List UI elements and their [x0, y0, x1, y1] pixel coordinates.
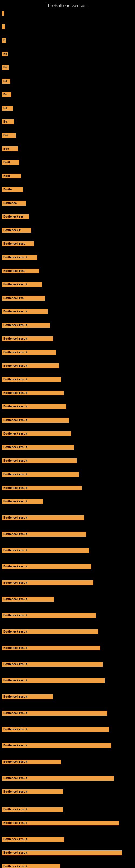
bar-label: Bottleneck result — [2, 662, 103, 667]
bar-item: Bottleneck result — [2, 597, 54, 603]
bar-item: Bottleneck result — [2, 864, 60, 868]
bar-label: Bottleneck res — [2, 214, 29, 219]
bar-label: Bottleneck result — [2, 377, 61, 382]
bar-label: Bottleneck result — [2, 391, 64, 396]
bar-item: Bottleneck result — [2, 364, 59, 369]
bar-label: Bottlenec — [2, 201, 26, 206]
bar-label: B — [2, 38, 6, 43]
bar-label: Bottleneck result — [2, 323, 50, 328]
bar-item: Bottleneck result — [2, 486, 82, 492]
bar-item: Bottleneck result — [2, 282, 42, 288]
bar-label: Bottleneck res — [2, 296, 45, 301]
bar-item: Bottleneck result — [2, 613, 96, 619]
bar-item: Bottleneck result — [2, 445, 74, 451]
bar-label: Bottleneck result — [2, 629, 98, 634]
bar-item: Bottleneck result — [2, 350, 56, 356]
bar-label: Bottleneck result — [2, 532, 86, 536]
bar-label: Bottleneck result — [2, 458, 77, 463]
bar-label: Bottleneck result — [2, 472, 79, 477]
bar-label: Bottleneck result — [2, 564, 91, 569]
bar-item: Bottl — [2, 174, 21, 180]
bar-item: Bottleneck result — [2, 662, 103, 668]
bar-label — [2, 11, 4, 16]
bar-label: Bottl — [2, 174, 21, 179]
bar-item — [2, 24, 5, 30]
bar-item: Bo — [2, 119, 14, 125]
bar-item: Bottle — [2, 187, 23, 193]
bar-label: Bottleneck result — [2, 789, 63, 794]
bar-label: Bottleneck result — [2, 776, 114, 781]
bar-label: Bo — [2, 119, 14, 124]
bar-item: Bottleneck result — [2, 323, 50, 329]
bar-item: Bo — [2, 52, 8, 58]
bar-item: Bottleneck result — [2, 548, 89, 554]
bar-item: Bottleneck result — [2, 743, 111, 749]
bar-item: Bottleneck result — [2, 564, 91, 570]
bar-label: Bot — [2, 133, 16, 138]
bar-item: Bottleneck result — [2, 711, 107, 717]
bar-label: Bottleneck result — [2, 516, 84, 520]
bar-label: Bo — [2, 106, 13, 111]
bar-label: Bottleneck result — [2, 850, 122, 855]
bar-label: Bottleneck result — [2, 486, 82, 490]
bar-item: Bottleneck result — [2, 629, 98, 635]
bar-item: Bottleneck result — [2, 404, 66, 410]
bar-label: Bottleneck resu — [2, 269, 39, 273]
bar-label: Bottleneck r — [2, 228, 31, 233]
bar-item: Bottleneck result — [2, 820, 119, 827]
bar-item: Bottleneck result — [2, 336, 53, 342]
bar-item: Bottleneck result — [2, 581, 93, 586]
bar-label: Bottleneck result — [2, 837, 64, 842]
bar-item: B — [2, 38, 6, 44]
bar-item: Bottleneck result — [2, 458, 77, 464]
bar-item: Bottleneck result — [2, 776, 114, 782]
bar-item: Bo — [2, 65, 9, 71]
bar-item: Bottleneck result — [2, 837, 64, 843]
bar-label: Bottle — [2, 187, 23, 192]
site-title: TheBottlenecker.com — [0, 1, 135, 10]
bar-item: Bottleneck result — [2, 646, 100, 652]
bar-label: Bottleneck result — [2, 694, 53, 699]
bar-label: Bottleneck result — [2, 255, 37, 260]
bar-item: Bottleneck result — [2, 760, 61, 766]
bar-label: Bottleneck result — [2, 760, 61, 764]
bar-item: Bottleneck result — [2, 499, 43, 505]
bar-item: Bottlenec — [2, 201, 26, 207]
bar-label: Bottleneck result — [2, 613, 96, 618]
bar-item: Bottleneck result — [2, 255, 37, 261]
bar-label: Bottleneck result — [2, 743, 111, 748]
bar-label: Bottleneck result — [2, 336, 53, 341]
bar-label: Bottleneck resu — [2, 241, 34, 246]
bar-item: Bottleneck result — [2, 516, 84, 521]
bar-item — [2, 11, 4, 17]
bar-item: Bottleneck resu — [2, 241, 34, 247]
bar-label: Bottleneck result — [2, 581, 93, 585]
bar-label: Bott — [2, 147, 18, 151]
bar-item: Bottleneck result — [2, 807, 63, 813]
bar-item: Bo — [2, 79, 10, 85]
bar-label: Bottleneck result — [2, 404, 66, 409]
bar-label: Bo — [2, 92, 11, 97]
bar-label: Bo — [2, 52, 8, 56]
bar-item: Bottleneck resu — [2, 269, 39, 275]
bar-label: Bottl — [2, 160, 19, 165]
bar-label: Bo — [2, 65, 9, 70]
bar-label: Bottleneck result — [2, 309, 48, 314]
bar-label: Bottleneck result — [2, 807, 63, 812]
bar-label: Bo — [2, 79, 10, 84]
bar-item: Bottleneck result — [2, 532, 86, 538]
bar-item: Bottleneck result — [2, 678, 105, 684]
bar-item: Bottleneck result — [2, 431, 71, 437]
bar-label: Bottleneck result — [2, 431, 71, 436]
bar-label: Bottleneck result — [2, 282, 42, 287]
bar-item: Bo — [2, 106, 13, 112]
bar-item: Bottleneck result — [2, 789, 63, 795]
bar-label: Bottleneck result — [2, 678, 105, 683]
bar-label: Bottleneck result — [2, 364, 59, 368]
bar-label: Bottleneck result — [2, 597, 54, 601]
bar-item: Bot — [2, 133, 16, 139]
bar-item: Bottleneck result — [2, 694, 53, 701]
bar-label: Bottleneck result — [2, 864, 60, 868]
bar-label: Bottleneck result — [2, 548, 89, 553]
bar-item: Bottleneck result — [2, 309, 48, 315]
